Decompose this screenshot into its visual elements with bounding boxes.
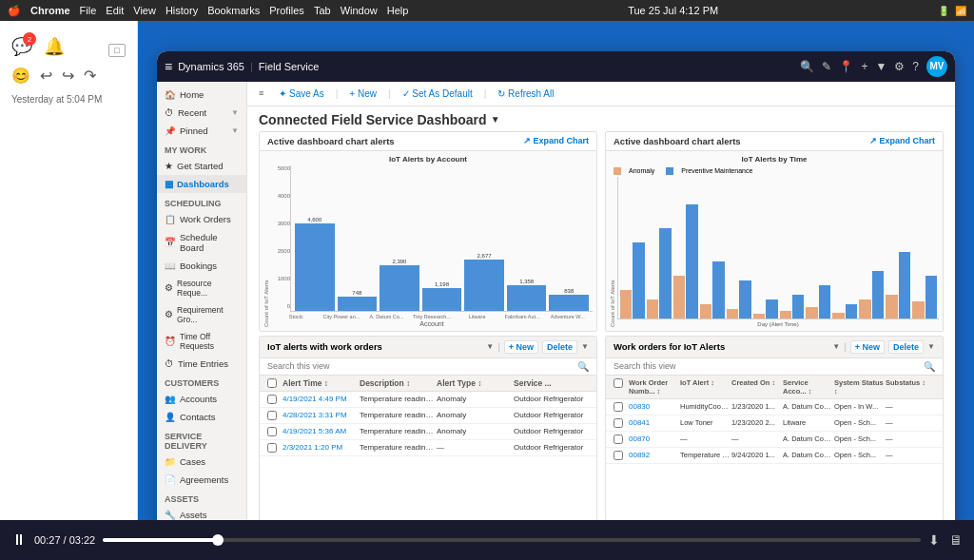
video-progress-bar[interactable] (103, 538, 921, 542)
right-chart-expand-btn[interactable]: ↗ Expand Chart (869, 136, 935, 145)
chrome-menu[interactable]: Chrome (30, 5, 70, 16)
iot-row1-time[interactable]: 4/19/2021 4:49 PM (282, 395, 358, 403)
help-menu[interactable]: Help (387, 5, 409, 16)
wo-row3-number[interactable]: 00870 (629, 434, 678, 443)
iot-row-3[interactable]: 4/19/2021 5:36 AM Temperature reading of… (260, 424, 596, 440)
iot-col-time[interactable]: Alert Time ↕ (282, 378, 358, 388)
history-menu[interactable]: History (166, 5, 198, 16)
nav-pinned[interactable]: 📌 Pinned ▼ (157, 122, 246, 140)
wo-row4-number[interactable]: 00892 (629, 451, 678, 459)
user-avatar[interactable]: MV (926, 56, 947, 77)
iot-col-type[interactable]: Alert Type ↕ (437, 378, 512, 388)
iot-row2-checkbox[interactable] (267, 411, 277, 420)
settings-icon[interactable]: ⚙ (894, 60, 905, 73)
iot-row4-checkbox[interactable] (267, 443, 277, 453)
wo-col-account[interactable]: Service Acco... ↕ (783, 378, 832, 396)
window-btn[interactable]: □ (108, 44, 126, 57)
nav-resource-req[interactable]: ⚙ Resource Reque... (157, 275, 246, 301)
wo-select-all-checkbox[interactable] (614, 378, 623, 388)
iot-row3-time[interactable]: 4/19/2021 5:36 AM (282, 427, 358, 435)
edit-menu[interactable]: Edit (106, 5, 124, 16)
left-chart-expand-btn[interactable]: ↗ Expand Chart (523, 136, 589, 145)
wo-col-status[interactable]: System Status ↕ (834, 378, 884, 396)
iot-table-dropdown-icon[interactable]: ▼ (486, 342, 494, 351)
wo-search-input[interactable] (614, 361, 920, 371)
nav-requirement-groups[interactable]: ⚙ Requirement Gro... (157, 301, 246, 328)
pause-button[interactable]: ⏸ (11, 531, 27, 549)
nav-cases[interactable]: 📁 Cases (157, 453, 246, 471)
wo-search-icon[interactable]: 🔍 (924, 361, 935, 372)
save-as-btn[interactable]: ✦ Save As (275, 87, 327, 101)
iot-more-btn[interactable]: ▼ (581, 342, 589, 351)
nav-recent[interactable]: ⏱ Recent ▼ (157, 104, 246, 122)
apple-icon[interactable]: 🍎 (8, 5, 21, 17)
wo-row-1[interactable]: 00830 HumidityCoolect... 1/23/2020 1... … (606, 399, 943, 415)
download-icon[interactable]: ⬇ (928, 532, 940, 548)
filter-icon[interactable]: ▼ (875, 60, 886, 73)
wo-dropdown-icon[interactable]: ▼ (832, 342, 840, 351)
dropdown-chevron-icon[interactable]: ▼ (491, 114, 500, 125)
wo-row-3[interactable]: 00870 — — A. Datum Corps Open - Sch... — (606, 432, 943, 448)
iot-delete-btn[interactable]: Delete (542, 340, 577, 354)
wo-row4-checkbox[interactable] (614, 451, 623, 460)
refresh-all-btn[interactable]: ↻ Refresh All (494, 87, 557, 101)
iot-select-all-checkbox[interactable] (267, 378, 277, 388)
redo-icon[interactable]: ↷ (84, 67, 96, 85)
iot-col-service[interactable]: Service ... (514, 378, 589, 388)
nav-home[interactable]: 🏠 Home (157, 86, 246, 104)
iot-new-btn[interactable]: + New (504, 340, 538, 354)
nav-schedule-board[interactable]: 📅 Schedule Board (157, 228, 246, 257)
wo-delete-btn[interactable]: Delete (888, 340, 924, 354)
wo-row2-number[interactable]: 00841 (629, 418, 678, 427)
iot-row-1[interactable]: 4/19/2021 4:49 PM Temperature reading of… (260, 392, 596, 408)
wo-row-2[interactable]: 00841 Low Toner 1/23/2020 2... Litware O… (606, 415, 943, 432)
new-btn[interactable]: + New (345, 87, 380, 101)
nav-time-entries[interactable]: ⏱ Time Entries (157, 355, 246, 373)
wo-row1-number[interactable]: 00830 (629, 402, 678, 411)
wo-row1-checkbox[interactable] (614, 402, 623, 412)
edit-icon[interactable]: ✎ (822, 60, 831, 73)
nav-agreements[interactable]: 📄 Agreements (157, 471, 246, 489)
d365-hamburger-icon[interactable]: ≡ (165, 59, 172, 74)
bookmarks-menu[interactable]: Bookmarks (207, 5, 260, 16)
wo-more-btn[interactable]: ▼ (927, 342, 935, 351)
add-icon[interactable]: + (861, 60, 867, 73)
save-all-btn[interactable]: ≡ (255, 87, 267, 100)
iot-row-2[interactable]: 4/28/2021 3:31 PM Temperature reading of… (260, 408, 596, 424)
screen-icon[interactable]: 🖥 (949, 532, 963, 548)
profiles-menu[interactable]: Profiles (269, 5, 304, 16)
nav-contacts[interactable]: 👤 Contacts (157, 408, 246, 426)
set-default-btn[interactable]: ✓ Set As Default (399, 87, 477, 101)
help-icon[interactable]: ? (912, 60, 919, 73)
wo-col-iot[interactable]: IoT Alert ↕ (680, 378, 730, 396)
view-menu[interactable]: View (133, 5, 156, 16)
iot-row1-checkbox[interactable] (267, 395, 277, 404)
search-icon[interactable]: 🔍 (800, 60, 814, 73)
nav-work-orders[interactable]: 📋 Work Orders (157, 210, 246, 228)
nav-bookings[interactable]: 📖 Bookings (157, 257, 246, 275)
iot-search-input[interactable] (267, 361, 574, 371)
wo-col-number[interactable]: Work Order Numb... ↕ (629, 378, 678, 396)
iot-row4-time[interactable]: 2/3/2021 1:20 PM (282, 443, 358, 452)
iot-row-4[interactable]: 2/3/2021 1:20 PM Temperature reading of … (260, 440, 596, 456)
bell-icon[interactable]: 🔔 (44, 36, 65, 57)
window-menu[interactable]: Window (341, 5, 378, 16)
wo-col-created[interactable]: Created On ↕ (731, 378, 781, 396)
nav-get-started[interactable]: ★ Get Started (157, 157, 246, 175)
iot-row2-time[interactable]: 4/28/2021 3:31 PM (282, 411, 358, 419)
wo-col-substatus[interactable]: Substatus ↕ (886, 378, 935, 396)
location-icon[interactable]: 📍 (839, 60, 853, 73)
nav-time-off[interactable]: ⏰ Time Off Requests (157, 328, 246, 355)
nav-accounts[interactable]: 👥 Accounts (157, 390, 246, 408)
iot-row3-checkbox[interactable] (267, 427, 277, 436)
video-progress-thumb[interactable] (212, 534, 224, 546)
forward-icon[interactable]: ↪ (62, 67, 74, 85)
tab-menu[interactable]: Tab (314, 5, 331, 16)
file-menu[interactable]: File (80, 5, 97, 16)
back-icon[interactable]: ↩ (40, 67, 52, 85)
wo-row-4[interactable]: 00892 Temperature rea 9/24/2020 1... A. … (606, 448, 943, 464)
iot-col-desc[interactable]: Description ↕ (360, 378, 435, 388)
iot-search-icon[interactable]: 🔍 (577, 361, 589, 372)
wo-new-btn[interactable]: + New (850, 340, 885, 354)
wo-row2-checkbox[interactable] (614, 418, 623, 428)
